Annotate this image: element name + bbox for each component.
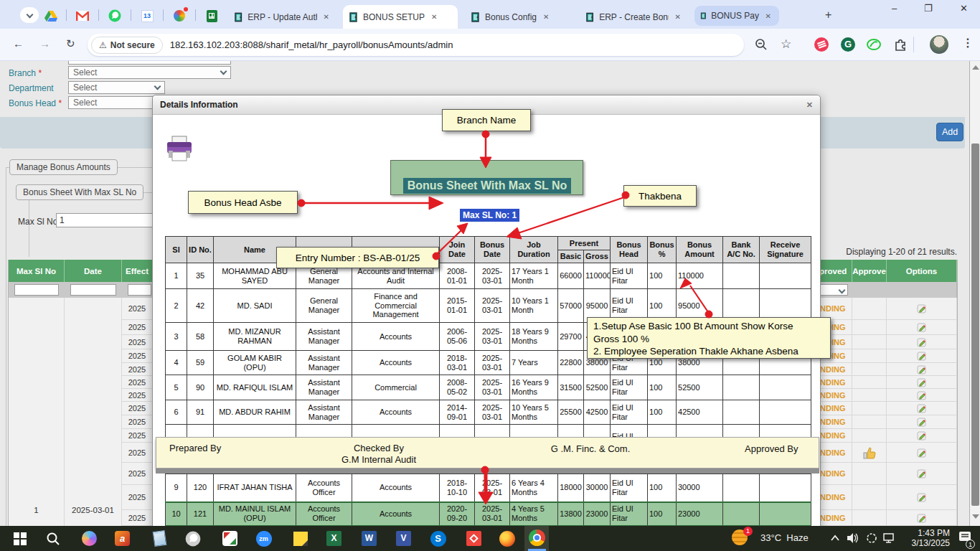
- calendar-pinned-tab[interactable]: 13: [139, 8, 155, 24]
- skype-icon[interactable]: S: [429, 529, 447, 547]
- not-secure-chip[interactable]: ⚠ Not secure: [91, 37, 163, 54]
- filter-max-sl-input[interactable]: [14, 284, 59, 296]
- app-pinwheel-icon[interactable]: [221, 529, 239, 547]
- url-text[interactable]: 182.163.102.203:8088/sharif_metal/hr_pay…: [170, 39, 453, 50]
- tab-close-icon[interactable]: ✕: [673, 12, 683, 22]
- copilot-icon[interactable]: [80, 529, 98, 547]
- page-scrollbar[interactable]: [969, 61, 980, 526]
- whatsapp-pinned-tab[interactable]: [107, 8, 123, 24]
- sheet-row-10: 10121MD. MAINUL ISLAM (OPU)Accounts Offi…: [166, 502, 811, 526]
- tab-close-icon[interactable]: ✕: [763, 11, 773, 21]
- row-edit-icon[interactable]: [887, 320, 957, 335]
- scrollbar-thumb[interactable]: [971, 143, 979, 506]
- row-edit-icon[interactable]: [887, 363, 957, 376]
- row-edit-icon[interactable]: [887, 415, 957, 429]
- sheet-cell: 100: [648, 263, 677, 289]
- bonus-head-select[interactable]: Select: [68, 96, 154, 109]
- sheet-cell: GOLAM KABIR (OPU): [214, 351, 296, 375]
- grid-approve-cell: [852, 320, 887, 335]
- department-select[interactable]: Select: [68, 81, 165, 94]
- row-edit-icon[interactable]: [887, 298, 957, 320]
- forward-button[interactable]: →: [39, 37, 50, 50]
- sheet-cell: 1: [166, 263, 187, 289]
- whatsapp-taskbar-icon[interactable]: [184, 529, 202, 547]
- row-edit-icon[interactable]: [887, 485, 957, 510]
- tab-close-icon[interactable]: ✕: [541, 12, 551, 22]
- window-close-button[interactable]: ✕: [960, 3, 968, 14]
- add-button[interactable]: Add: [936, 123, 963, 141]
- notepad-icon[interactable]: [151, 529, 169, 547]
- browser-tab-5[interactable]: BONUS Payment I✕: [694, 6, 779, 26]
- grid-approve-cell: [852, 485, 887, 510]
- browser-tab-2[interactable]: BONUS SETUP✕: [343, 5, 458, 29]
- row-edit-icon[interactable]: [887, 335, 957, 349]
- filter-date-input[interactable]: [70, 284, 116, 296]
- row-edit-icon[interactable]: [887, 402, 957, 415]
- anydesk-icon[interactable]: [465, 529, 483, 547]
- window-maximize-button[interactable]: ❐: [924, 3, 933, 14]
- sheets-pinned-tab[interactable]: [204, 8, 220, 24]
- photos-pinned-tab[interactable]: [171, 8, 187, 24]
- scroll-down-arrow[interactable]: [972, 514, 979, 519]
- sheet-cell: 6 Years 4 Months: [510, 474, 558, 502]
- weather-badge: 1: [743, 527, 753, 536]
- reload-button[interactable]: ↻: [66, 37, 75, 50]
- scroll-up-arrow[interactable]: [972, 65, 979, 70]
- modal-close-icon[interactable]: ✕: [806, 100, 813, 110]
- start-button[interactable]: [11, 529, 29, 547]
- gmail-pinned-tab[interactable]: [75, 8, 90, 24]
- browser-menu-icon[interactable]: ⋮: [962, 36, 974, 50]
- volume-icon[interactable]: [847, 532, 859, 544]
- tab-search-button[interactable]: [20, 7, 39, 23]
- branch-select[interactable]: Select: [68, 66, 231, 79]
- extension-red-icon[interactable]: [814, 37, 829, 52]
- grid-effect-cell: 2025: [122, 429, 153, 443]
- sheet-cell: Assistant Manager: [296, 351, 352, 375]
- tray-circle-icon[interactable]: [866, 532, 877, 544]
- excel-icon[interactable]: X: [325, 529, 343, 547]
- tab-close-icon[interactable]: ✕: [321, 12, 331, 22]
- max-sl-no-label: Max Sl No:: [18, 217, 60, 227]
- firefox-icon[interactable]: [498, 529, 516, 547]
- sticky-notes-icon[interactable]: [291, 529, 309, 547]
- row-edit-icon[interactable]: [887, 376, 957, 389]
- new-tab-button[interactable]: +: [825, 9, 831, 22]
- max-sl-no-input[interactable]: 1: [56, 213, 153, 227]
- browser-tab-3[interactable]: Bonus Config✕: [465, 5, 574, 29]
- chrome-taskbar-tile[interactable]: [524, 526, 549, 551]
- weather-temp-text[interactable]: 33°C Haze: [760, 532, 809, 543]
- tab-close-icon[interactable]: ✕: [429, 12, 439, 22]
- row-edit-icon[interactable]: [887, 463, 957, 485]
- row-edit-icon[interactable]: [887, 510, 957, 526]
- sheet-cell: 22800: [558, 351, 584, 375]
- browser-tab-4[interactable]: ERP - Create Bonu✕: [580, 5, 689, 29]
- avro-keyboard-icon[interactable]: a: [113, 529, 131, 547]
- drive-pinned-tab[interactable]: [43, 8, 59, 24]
- grammarly-icon[interactable]: G: [841, 37, 855, 52]
- address-bar[interactable]: ⚠ Not secure 182.163.102.203:8088/sharif…: [88, 34, 744, 56]
- filter-effect-input[interactable]: [128, 284, 151, 296]
- weather-icon[interactable]: 1: [732, 529, 750, 547]
- zoom-icon[interactable]: zm: [255, 529, 273, 547]
- row-edit-icon[interactable]: [887, 389, 957, 402]
- notification-center-icon[interactable]: 1: [958, 531, 971, 546]
- zoom-out-icon[interactable]: [755, 38, 768, 51]
- extensions-puzzle-icon[interactable]: [894, 37, 908, 51]
- back-button[interactable]: ←: [13, 37, 24, 50]
- row-edit-icon[interactable]: [887, 443, 957, 463]
- browser-tab-1[interactable]: ERP - Update Auth✕: [228, 5, 337, 29]
- profile-avatar[interactable]: [930, 35, 948, 54]
- window-minimize-button[interactable]: –: [892, 3, 897, 14]
- tray-chevron-up-icon[interactable]: [830, 534, 840, 542]
- visio-icon[interactable]: V: [395, 529, 413, 547]
- print-icon[interactable]: [166, 135, 193, 164]
- taskbar-search-icon[interactable]: [44, 529, 62, 547]
- network-icon[interactable]: [883, 532, 896, 544]
- bookmark-star-icon[interactable]: ☆: [781, 37, 791, 52]
- row-edit-icon[interactable]: [887, 349, 957, 363]
- approve-thumb-icon[interactable]: [852, 443, 887, 463]
- clock[interactable]: 1:43 PM 3/13/2025: [905, 528, 950, 548]
- row-edit-icon[interactable]: [887, 429, 957, 443]
- extension-leaf-icon[interactable]: [867, 37, 881, 52]
- word-icon[interactable]: W: [360, 529, 378, 547]
